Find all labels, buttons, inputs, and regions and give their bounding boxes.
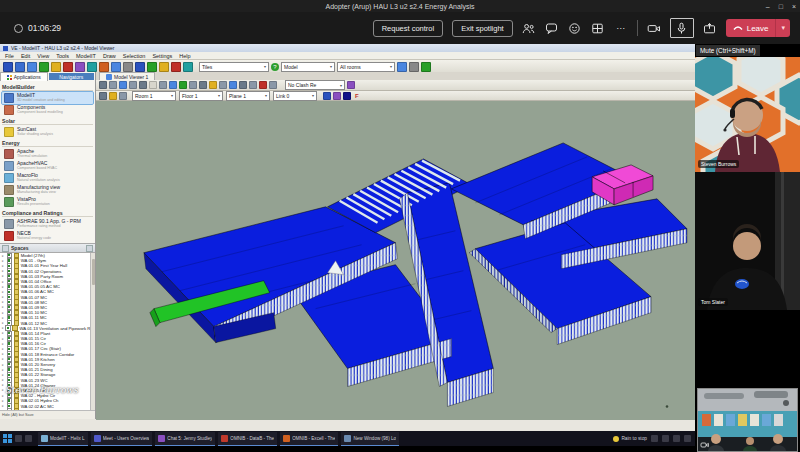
participant-video-2[interactable]: Tom Slater [695,172,800,310]
app-item-components[interactable]: ComponentsComponent based modelling [2,104,93,116]
viewer-tool-icon[interactable] [159,81,167,89]
expander-icon[interactable]: ▸ [2,259,5,263]
expander-icon[interactable]: ▸ [2,264,5,268]
tree-scrollbar[interactable] [90,253,95,410]
expander-icon[interactable]: ▸ [2,295,5,299]
toolbar-icon[interactable] [159,62,169,72]
taskbar-app-button[interactable]: OMNIB - Excell - The [280,432,338,446]
toolbar-icon[interactable] [135,62,145,72]
request-control-button[interactable]: Request control [373,20,444,37]
expander-icon[interactable]: ▸ [2,269,5,273]
app-item-necb[interactable]: NECBNational energy code [2,230,93,242]
viewer-tool-icon[interactable] [139,81,147,89]
toolbar-icon[interactable] [27,62,37,72]
menu-item[interactable]: Edit [21,53,30,59]
toolbar-icon[interactable] [3,62,13,72]
expander-icon[interactable]: ▸ [2,290,5,294]
rooms-combo[interactable]: All rooms▾ [337,62,395,72]
taskbar-app-button[interactable]: OMNIB - DataB - The [218,432,277,446]
app-item-apache[interactable]: ApacheThermal simulation [2,148,93,160]
tab-navigators[interactable]: Navigators [49,73,95,80]
menu-item[interactable]: View [37,53,49,59]
flag-tool-icon[interactable]: F [355,93,359,99]
tray-chevron-icon[interactable] [651,435,658,442]
viewer-tool-icon[interactable] [249,81,257,89]
clash-combo[interactable]: No Clash Re▾ [285,80,345,90]
camera-icon[interactable] [647,21,661,35]
expander-icon[interactable]: ▸ [2,363,5,367]
layer-color-icon[interactable] [323,92,331,100]
help-icon[interactable]: ? [271,63,279,71]
leave-button[interactable]: Leave ▾ [726,19,790,37]
expander-icon[interactable]: ▸ [2,331,5,335]
toolbar-icon[interactable] [123,62,133,72]
tab-applications[interactable]: Applications [0,72,48,81]
viewer-tool-icon[interactable] [149,81,157,89]
toolbar-icon[interactable] [15,62,25,72]
layer-color-icon[interactable] [343,92,351,100]
close-icon[interactable]: × [792,3,796,10]
app-item-vistapro[interactable]: VistaProResults presentation [2,196,93,208]
spaces-filter-icon[interactable] [2,245,9,252]
expander-icon[interactable]: ▸ [2,373,5,377]
layer-color-icon[interactable] [333,92,341,100]
viewer-tool-icon[interactable] [169,81,177,89]
expander-icon[interactable]: ▸ [2,311,5,315]
viewer-tool-icon[interactable] [199,81,207,89]
expander-icon[interactable]: ▸ [2,316,5,320]
task-view-icon[interactable] [25,435,32,442]
breakout-rooms-icon[interactable] [591,21,605,35]
participant-video-1[interactable]: Steven Burrows [695,57,800,172]
viewer-combo[interactable]: Room 1▾ [132,91,176,101]
volume-icon[interactable] [673,435,680,442]
expander-icon[interactable]: ▸ [2,347,5,351]
app-item-modelit[interactable]: ModelIT3D model creation and editing [2,92,93,104]
spaces-sort-icon[interactable] [86,245,93,252]
draw-tool-icon[interactable] [99,92,107,100]
expander-icon[interactable]: ▸ [2,357,5,361]
expander-icon[interactable]: ▸ [2,378,5,382]
expander-icon[interactable]: ▸ [2,280,5,284]
viewer-tool-icon[interactable] [229,81,237,89]
menu-item[interactable]: File [5,53,14,59]
exit-spotlight-button[interactable]: Exit spotlight [452,20,513,37]
expander-icon[interactable]: ▸ [2,321,5,325]
taskbar-app-button[interactable]: ModelIT - Helix L [38,432,88,446]
chat-icon[interactable] [545,21,559,35]
menu-item[interactable]: Draw [103,53,116,59]
toolbar-icon[interactable] [421,62,431,72]
minimize-icon[interactable]: – [766,3,770,10]
toolbar-icon[interactable] [63,62,73,72]
expander-icon[interactable]: ▸ [2,352,5,356]
toolbar-icon[interactable] [397,62,407,72]
viewer-tool-icon[interactable] [269,81,277,89]
viewer-tool-icon[interactable] [239,81,247,89]
start-button-icon[interactable] [3,434,12,443]
viewer-tool-icon[interactable] [209,81,217,89]
toolbar-icon[interactable] [409,62,419,72]
app-item-manufacturing[interactable]: Manufacturing viewManufacturing data vie… [2,184,93,196]
expander-icon[interactable]: ▸ [2,404,5,408]
viewer-tool-icon[interactable] [129,81,137,89]
reactions-icon[interactable] [568,21,582,35]
viewer-combo[interactable]: Floor 1▾ [179,91,223,101]
expander-icon[interactable]: ▸ [2,342,5,346]
expander-icon[interactable]: ▸ [2,368,5,372]
draw-tool-icon[interactable] [109,92,117,100]
wifi-icon[interactable] [662,435,669,442]
app-item-suncast[interactable]: SunCastSolar shading analysis [2,126,93,138]
toolbar-icon[interactable] [51,62,61,72]
space-checkbox[interactable] [7,408,13,410]
expander-icon[interactable]: ▸ [2,305,5,309]
viewer-tool-icon[interactable] [119,81,127,89]
expander-icon[interactable]: ▸ [2,300,5,304]
viewer-tool-icon[interactable] [259,81,267,89]
app-item-ashrae[interactable]: ASHRAE 90.1 App. G - PRMPerformance rati… [2,218,93,230]
expander-icon[interactable]: ▸ [2,285,5,289]
toolbar-icon[interactable] [171,62,181,72]
leave-chevron-icon[interactable]: ▾ [776,24,790,32]
expander-icon[interactable]: ▸ [2,409,5,410]
self-view-video[interactable] [697,388,798,452]
taskbar-app-button[interactable]: New Window (98) Lo [341,432,399,446]
toolbar-icon[interactable] [39,62,49,72]
